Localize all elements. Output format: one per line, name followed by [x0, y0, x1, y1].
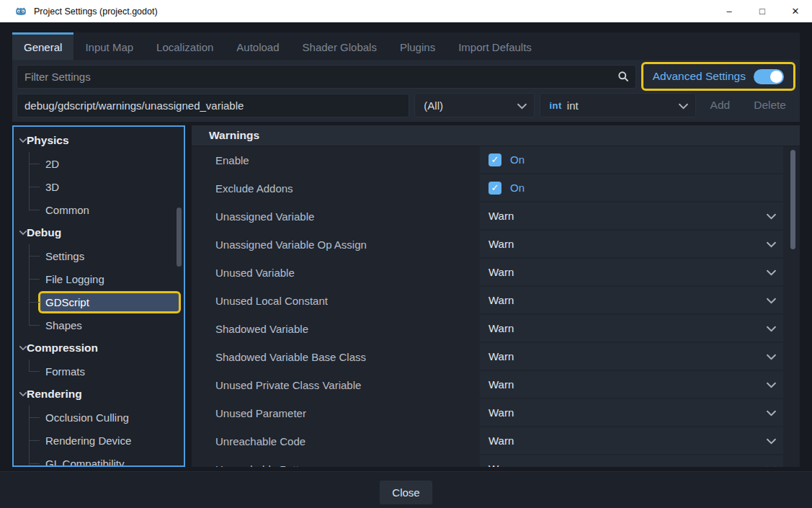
tree-guide-line: [14, 406, 40, 429]
tree-item-label[interactable]: 2D: [40, 155, 179, 173]
maximize-button[interactable]: □: [746, 0, 779, 22]
chevron-down-icon[interactable]: [767, 463, 776, 467]
property-value-cell[interactable]: Warn: [480, 399, 783, 427]
tab-import-defaults[interactable]: Import Defaults: [447, 32, 543, 60]
chevron-down-icon[interactable]: [767, 406, 776, 419]
type-select[interactable]: int int: [540, 93, 695, 117]
property-value-cell[interactable]: Warn: [480, 259, 783, 287]
tab-input-map[interactable]: Input Map: [73, 32, 145, 60]
property-value-cell[interactable]: ✓ On: [480, 146, 783, 174]
chevron-down-icon[interactable]: [767, 322, 776, 334]
tree-section-label: Physics: [27, 134, 69, 147]
sidebar-item-gl-compatibility[interactable]: GL Compatibility: [14, 452, 184, 467]
property-rows: Enable ✓ On Exclude Addons ✓ On Unassign…: [192, 146, 800, 467]
chevron-down-icon[interactable]: [14, 345, 27, 351]
tree-item-label[interactable]: Settings: [40, 247, 179, 265]
advanced-settings-toggle[interactable]: [754, 69, 784, 84]
sidebar-item-common[interactable]: Common: [14, 198, 184, 221]
tree-item-label[interactable]: GDScript: [40, 293, 179, 311]
property-row: Shadowed Variable Base Class Warn: [192, 343, 800, 371]
tree-item-label[interactable]: Formats: [40, 362, 179, 380]
tree-item-label[interactable]: Rendering Device: [40, 432, 179, 450]
settings-toolbars: Advanced Settings (All) int int Add Dele…: [12, 60, 800, 122]
dialog-footer: Close: [0, 471, 812, 508]
property-value-cell[interactable]: Warn: [480, 371, 783, 399]
chevron-down-icon[interactable]: [767, 238, 776, 250]
property-value-cell[interactable]: Warn: [480, 231, 783, 259]
chevron-down-icon[interactable]: [767, 435, 776, 447]
sidebar-item-gdscript[interactable]: GDScript: [14, 290, 184, 313]
dropdown-value: Warn: [488, 238, 514, 250]
property-row: Unused Parameter Warn: [192, 399, 800, 427]
add-button[interactable]: Add: [701, 99, 740, 112]
tree-guide-line: [14, 267, 40, 290]
tab-general[interactable]: General: [12, 32, 73, 60]
chevron-down-icon[interactable]: [14, 391, 27, 397]
window-title: Project Settings (project.godot): [34, 6, 706, 17]
property-value-cell[interactable]: Warn: [480, 427, 783, 455]
sidebar-scrollbar[interactable]: [177, 208, 182, 267]
tree-guide-line: [14, 152, 40, 175]
tree-item-label[interactable]: Occlusion Culling: [40, 409, 179, 427]
property-value-cell[interactable]: Warn: [480, 343, 783, 371]
sidebar-item-3d[interactable]: 3D: [14, 175, 184, 198]
close-button[interactable]: Close: [380, 481, 432, 504]
chevron-down-icon[interactable]: [767, 378, 776, 391]
property-value-cell[interactable]: Warn: [480, 315, 783, 343]
tab-bar: General Input Map Localization Autoload …: [12, 32, 800, 60]
property-value-cell[interactable]: ✓ On: [480, 174, 783, 202]
property-value-cell[interactable]: Warn: [480, 202, 783, 231]
chevron-down-icon[interactable]: [14, 138, 27, 143]
tree-section-label: Debug: [27, 226, 61, 239]
tree-guide-line: [14, 175, 40, 198]
property-value-cell[interactable]: Warn: [480, 287, 783, 315]
sidebar-item-rendering[interactable]: Rendering: [14, 383, 184, 406]
tree-item-label[interactable]: File Logging: [40, 270, 179, 288]
title-bar: Project Settings (project.godot) – □ ✕: [0, 0, 812, 22]
checkbox-checked-icon[interactable]: ✓: [488, 153, 501, 166]
chevron-down-icon[interactable]: [767, 350, 776, 362]
delete-button[interactable]: Delete: [744, 99, 795, 112]
tab-localization[interactable]: Localization: [145, 32, 225, 60]
chevron-down-icon[interactable]: [14, 230, 27, 236]
feature-filter-value: (All): [424, 99, 443, 112]
sidebar-item-shapes[interactable]: Shapes: [14, 313, 184, 337]
sidebar-item-2d[interactable]: 2D: [14, 152, 184, 175]
dropdown-value: Warn: [488, 463, 514, 467]
property-label: Shadowed Variable: [192, 315, 480, 343]
sidebar-item-occlusion-culling[interactable]: Occlusion Culling: [14, 406, 184, 429]
chevron-down-icon[interactable]: [767, 210, 776, 222]
close-window-button[interactable]: ✕: [779, 0, 812, 22]
chevron-down-icon[interactable]: [767, 266, 776, 278]
sidebar-item-debug[interactable]: Debug: [14, 221, 184, 244]
checkbox-checked-icon[interactable]: ✓: [488, 182, 501, 195]
checkbox-state-label: On: [510, 153, 525, 166]
sidebar-item-physics[interactable]: Physics: [14, 129, 184, 152]
tab-plugins[interactable]: Plugins: [388, 32, 447, 60]
tree-guide-line: [14, 360, 40, 383]
settings-content: Physics 2D 3D Common Debug Settings File…: [12, 125, 800, 467]
search-icon: [617, 71, 629, 84]
sidebar-item-settings[interactable]: Settings: [14, 244, 184, 267]
tab-shader-globals[interactable]: Shader Globals: [291, 32, 388, 60]
tree-item-label[interactable]: Common: [40, 201, 179, 219]
main-scrollbar[interactable]: [790, 150, 795, 249]
chevron-down-icon[interactable]: [767, 294, 776, 306]
property-row: Unused Private Class Variable Warn: [192, 371, 800, 399]
sidebar-item-file-logging[interactable]: File Logging: [14, 267, 184, 290]
tree-item-label[interactable]: Shapes: [40, 316, 179, 334]
feature-filter-select[interactable]: (All): [414, 93, 535, 117]
sidebar-item-rendering-device[interactable]: Rendering Device: [14, 429, 184, 452]
minimize-button[interactable]: –: [713, 0, 746, 22]
tree-item-label[interactable]: 3D: [40, 178, 179, 196]
property-path-input[interactable]: [17, 94, 409, 117]
tree-item-label[interactable]: GL Compatibility: [40, 455, 179, 468]
property-label: Unused Private Class Variable: [192, 371, 480, 399]
filter-settings-input[interactable]: [17, 65, 636, 89]
tree-section-label: Rendering: [27, 388, 82, 401]
tab-autoload[interactable]: Autoload: [225, 32, 290, 60]
sidebar-item-compression[interactable]: Compression: [14, 337, 184, 360]
sidebar-item-formats[interactable]: Formats: [14, 360, 184, 383]
property-value-cell[interactable]: Warn: [480, 455, 783, 467]
filter-row: Advanced Settings: [17, 63, 795, 89]
